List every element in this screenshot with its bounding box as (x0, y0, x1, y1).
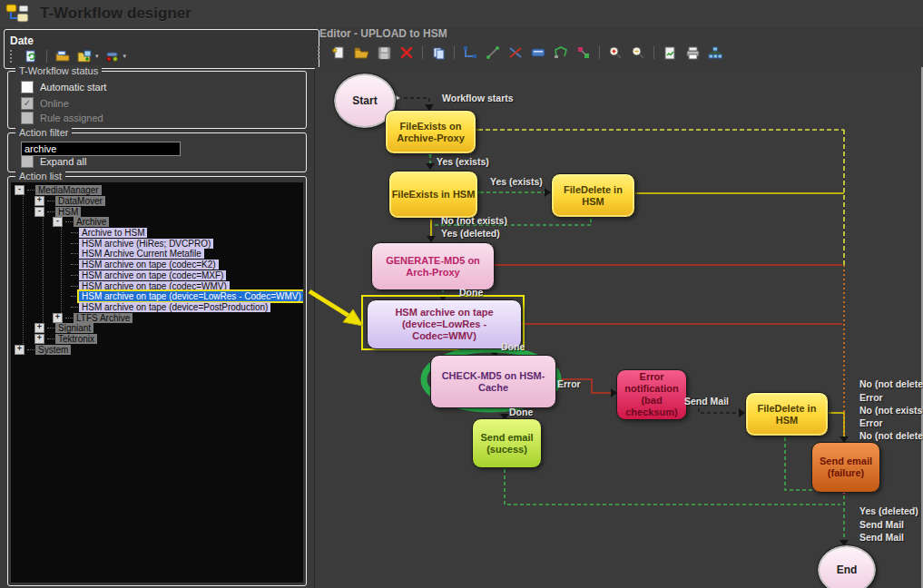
workflow-status-title: T-Workflow status (15, 65, 102, 76)
tree-item-hsm[interactable]: -HSM (11, 206, 303, 217)
expand-icon[interactable]: + (34, 196, 44, 206)
checkbox-expand-all[interactable]: Expand all (21, 155, 86, 168)
tree-item-tape-postproduction[interactable]: HSM archive on tape (device=PostProducti… (11, 302, 303, 313)
node-fileexists-archive-proxy[interactable]: FileExists on Archive-Proxy (385, 110, 476, 154)
open-workflow-icon[interactable] (54, 49, 71, 64)
node-filedelete-hsm[interactable]: FileDelete in HSM (551, 173, 635, 218)
sitemap-icon[interactable] (706, 44, 724, 61)
node-filedelete-hsm-2[interactable]: FileDelete in HSM (745, 392, 829, 436)
tree-item-system[interactable]: +System (11, 344, 303, 355)
tree-item-tape-wmv[interactable]: HSM archive on tape (codec=WMV) (11, 280, 303, 291)
expand-icon[interactable]: + (34, 334, 44, 344)
edge-label: No (not exists) (441, 215, 507, 226)
save-icon[interactable] (375, 44, 393, 61)
checkbox-box[interactable] (21, 112, 34, 124)
comment-icon[interactable] (529, 44, 547, 61)
delete-icon[interactable] (398, 44, 416, 61)
tree-item-mediamanager[interactable]: -MediaManager (11, 185, 303, 196)
line-icon[interactable] (484, 44, 502, 61)
tree-item-label[interactable]: Tektronix (55, 334, 97, 344)
collapse-icon[interactable]: - (53, 217, 63, 227)
expand-icon[interactable]: + (34, 323, 44, 333)
sidebar: Date ▾ ▾ T-Wor (0, 27, 315, 588)
toolbar-grip[interactable] (10, 50, 15, 63)
new-workflow-icon[interactable] (329, 44, 348, 61)
toolbar-grip[interactable] (318, 46, 323, 59)
print-icon[interactable] (683, 44, 702, 61)
node-end[interactable]: End (818, 545, 876, 588)
action-filter-group: Action filter Expand all (7, 132, 307, 172)
tree-item-label[interactable]: System (35, 345, 71, 355)
node-send-email-success[interactable]: Send email (sucess) (472, 418, 542, 468)
checkbox-label: Expand all (40, 156, 86, 167)
tree-item-label[interactable]: DataMover (55, 196, 105, 206)
edge-label: No (not deleted) (859, 378, 923, 389)
tree-item-label[interactable]: LTFS Archive (74, 313, 133, 323)
dropdown-arrow-icon[interactable]: ▾ (123, 53, 127, 60)
node-generate-md5[interactable]: GENERATE-MD5 on Arch-Proxy (371, 242, 495, 290)
tree-item-label[interactable]: HSM archive on tape (codec=K2) (79, 260, 219, 270)
tree-item-label[interactable]: HSM archive on tape (device=LowRes - Cod… (79, 291, 303, 301)
checkbox-box[interactable] (21, 81, 34, 93)
checkbox-box[interactable]: ✓ (21, 97, 34, 110)
tree-item-tape-lowres-wmv-selected[interactable]: HSM archive on tape (device=LowRes - Cod… (11, 291, 303, 302)
expand-icon[interactable]: + (53, 313, 63, 323)
tree-item-archive-to-hsm[interactable]: Archive to HSM (11, 228, 303, 239)
tree-item-label[interactable]: HSM archive on tape (codec=MXF) (79, 270, 226, 280)
node-hsm-archive-tape[interactable]: HSM archive on tape (device=LowRes - Cod… (367, 299, 522, 349)
tree-item-label[interactable]: HSM Archive Current Metafile (79, 249, 204, 259)
copy-icon[interactable] (429, 44, 447, 61)
tree-item-label[interactable]: Archive to HSM (79, 228, 147, 238)
tree-item-hsm-archive-hires[interactable]: HSM archive (HiRes; DVCPRO) (11, 238, 303, 249)
node-send-email-failure[interactable]: Send email (failure) (811, 442, 880, 493)
report-icon[interactable] (661, 44, 679, 61)
status-dots-icon[interactable] (104, 49, 121, 64)
collapse-icon[interactable]: - (15, 185, 25, 195)
edge-label: Yes (deleted) (441, 228, 500, 239)
edge-label: No (not exists) (859, 405, 923, 416)
tree-item-ltfs-archive[interactable]: +LTFS Archive (11, 312, 303, 323)
expand-icon[interactable]: + (15, 345, 25, 355)
tree-item-label[interactable]: HSM archive on tape (device=PostProducti… (79, 302, 270, 312)
checkbox-box[interactable] (21, 155, 34, 168)
date-panel-title: Date (10, 34, 34, 47)
dropdown-arrow-icon[interactable]: ▾ (95, 53, 99, 60)
tree-item-datamover[interactable]: +DataMover (11, 196, 303, 207)
tree-item-label[interactable]: MediaManager (35, 185, 102, 195)
edge-label: Yes (exists) (490, 176, 543, 187)
tree-item-label[interactable]: HSM (55, 207, 81, 217)
collapse-icon[interactable]: - (34, 207, 44, 217)
edge-label: Yes (exists) (437, 156, 489, 167)
checkbox-rule-assigned[interactable]: Rule assigned (21, 112, 103, 124)
tree-item-label[interactable]: Signiant (55, 323, 93, 333)
edge-label: Workflow starts (442, 93, 514, 103)
tree-item-tape-mxf[interactable]: HSM archive on tape (codec=MXF) (11, 270, 303, 281)
tree-item-label[interactable]: HSM archive (HiRes; DVCPRO) (79, 239, 213, 249)
zoom-in-icon[interactable] (606, 44, 624, 61)
tree-item-tape-k2[interactable]: HSM archive on tape (codec=K2) (11, 260, 303, 270)
node-tool-icon[interactable] (574, 44, 593, 61)
node-error-notification[interactable]: Error notification (bad checksum) (616, 369, 687, 420)
checkbox-online[interactable]: ✓ Online (21, 97, 69, 110)
tree-item-signiant[interactable]: +Signiant (11, 323, 303, 334)
tree-item-label[interactable]: HSM archive on tape (codec=WMV) (79, 281, 230, 291)
tree-item-hsm-archive-metafile[interactable]: HSM Archive Current Metafile (11, 249, 303, 260)
action-filter-title: Action filter (15, 127, 72, 138)
refresh-document-icon[interactable] (23, 49, 39, 64)
tree-item-tektronix[interactable]: +Tektronix (11, 334, 303, 345)
action-filter-input[interactable] (21, 142, 181, 156)
edge-label: Yes (deleted) (859, 505, 918, 516)
connector-icon[interactable] (461, 44, 479, 61)
action-list-group: Action list -MediaManager +DataMover -HS… (7, 176, 307, 586)
polygon-icon[interactable] (552, 44, 570, 61)
zoom-out-icon[interactable] (629, 44, 647, 61)
tree-item-archive[interactable]: -Archive (11, 217, 303, 228)
checkbox-automatic-start[interactable]: Automatic start (21, 81, 106, 93)
tree-item-label[interactable]: Archive (74, 217, 109, 227)
editor-toolbar (318, 42, 724, 64)
node-check-md5[interactable]: CHECK-MD5 on HSM-Cache (430, 355, 556, 408)
open-icon[interactable] (352, 44, 370, 61)
cross-connector-icon[interactable] (506, 44, 525, 61)
node-fileexists-hsm[interactable]: FileExists in HSM (388, 171, 478, 219)
new-from-template-icon[interactable] (76, 49, 93, 64)
